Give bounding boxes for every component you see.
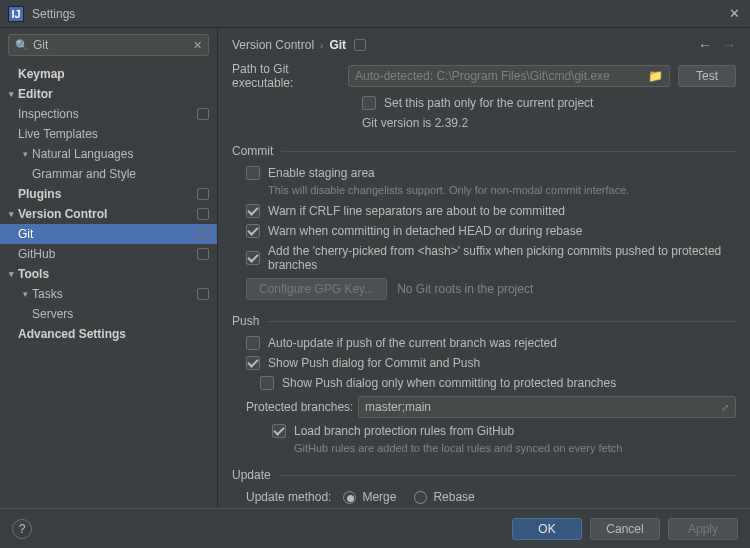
tree-item-label: Tools — [18, 267, 209, 281]
search-input[interactable]: 🔍 ✕ — [8, 34, 209, 56]
tree-item-live-templates[interactable]: Live Templates — [0, 124, 217, 144]
project-scope-icon — [197, 188, 209, 200]
search-icon: 🔍 — [15, 39, 29, 52]
nav-back-icon[interactable]: ← — [698, 37, 712, 53]
tree-item-label: Tasks — [32, 287, 193, 301]
cherry-suffix-checkbox[interactable] — [246, 251, 260, 265]
auto-update-label: Auto-update if push of the current branc… — [268, 336, 557, 350]
push-section-header: Push — [232, 314, 259, 328]
dialog-footer: ? OK Cancel Apply — [0, 508, 750, 548]
warn-crlf-checkbox[interactable] — [246, 204, 260, 218]
tree-item-label: Inspections — [18, 107, 193, 121]
tree-item-version-control[interactable]: ▾Version Control — [0, 204, 217, 224]
project-scope-icon — [197, 108, 209, 120]
tree-item-label: Live Templates — [18, 127, 209, 141]
folder-icon[interactable]: 📁 — [648, 69, 663, 83]
warn-detached-label: Warn when committing in detached HEAD or… — [268, 224, 582, 238]
tree-item-plugins[interactable]: Plugins — [0, 184, 217, 204]
update-rebase-radio[interactable] — [414, 491, 427, 504]
project-scope-icon — [197, 288, 209, 300]
project-scope-icon — [197, 228, 209, 240]
load-rules-help: GitHub rules are added to the local rule… — [232, 442, 736, 454]
nav-forward-icon: → — [722, 37, 736, 53]
close-icon[interactable]: ✕ — [726, 6, 742, 21]
help-icon[interactable]: ? — [12, 519, 32, 539]
chevron-right-icon: › — [320, 40, 323, 51]
tree-item-label: Plugins — [18, 187, 193, 201]
title-bar: IJ Settings ✕ — [0, 0, 750, 28]
set-path-project-label: Set this path only for the current proje… — [384, 96, 593, 110]
show-push-dialog-label: Show Push dialog for Commit and Push — [268, 356, 480, 370]
tree-item-label: Version Control — [18, 207, 193, 221]
breadcrumb: Version Control › Git ← → — [218, 28, 750, 62]
chevron-down-icon[interactable]: ▾ — [18, 149, 32, 159]
tree-item-tasks[interactable]: ▾Tasks — [0, 284, 217, 304]
app-icon: IJ — [8, 6, 24, 22]
tree-item-label: Natural Languages — [32, 147, 209, 161]
chevron-down-icon[interactable]: ▾ — [4, 89, 18, 99]
load-rules-label: Load branch protection rules from GitHub — [294, 424, 514, 438]
git-path-value: Auto-detected: C:\Program Files\Git\cmd\… — [355, 69, 610, 83]
settings-panel: Path to Git executable: Auto-detected: C… — [218, 62, 750, 508]
settings-tree: Keymap▾EditorInspectionsLive Templates▾N… — [0, 62, 217, 508]
show-push-protected-checkbox[interactable] — [260, 376, 274, 390]
show-push-protected-label: Show Push dialog only when committing to… — [282, 376, 616, 390]
update-merge-radio[interactable] — [343, 491, 356, 504]
tree-item-tools[interactable]: ▾Tools — [0, 264, 217, 284]
tree-item-label: GitHub — [18, 247, 193, 261]
window-title: Settings — [32, 7, 726, 21]
auto-update-checkbox[interactable] — [246, 336, 260, 350]
apply-button[interactable]: Apply — [668, 518, 738, 540]
tree-item-servers[interactable]: Servers — [0, 304, 217, 324]
update-merge-label: Merge — [362, 490, 396, 504]
enable-staging-label: Enable staging area — [268, 166, 375, 180]
breadcrumb-current: Git — [329, 38, 346, 52]
update-section-header: Update — [232, 468, 271, 482]
tree-item-label: Advanced Settings — [18, 327, 209, 341]
configure-gpg-button[interactable]: Configure GPG Key... — [246, 278, 387, 300]
tree-item-label: Editor — [18, 87, 209, 101]
tree-item-label: Servers — [32, 307, 209, 321]
project-scope-icon — [354, 39, 366, 51]
tree-item-label: Git — [18, 227, 193, 241]
breadcrumb-parent[interactable]: Version Control — [232, 38, 314, 52]
protected-branches-input[interactable]: master;main ⤢ — [358, 396, 736, 418]
protected-branches-label: Protected branches: — [246, 400, 358, 414]
ok-button[interactable]: OK — [512, 518, 582, 540]
enable-staging-checkbox[interactable] — [246, 166, 260, 180]
tree-item-git[interactable]: Git — [0, 224, 217, 244]
cherry-suffix-label: Add the 'cherry-picked from <hash>' suff… — [268, 244, 736, 272]
tree-item-natural-languages[interactable]: ▾Natural Languages — [0, 144, 217, 164]
tree-item-keymap[interactable]: Keymap — [0, 64, 217, 84]
clear-search-icon[interactable]: ✕ — [193, 39, 202, 52]
load-rules-checkbox[interactable] — [272, 424, 286, 438]
tree-item-grammar-and-style[interactable]: Grammar and Style — [0, 164, 217, 184]
expand-icon[interactable]: ⤢ — [721, 402, 729, 413]
project-scope-icon — [197, 248, 209, 260]
set-path-project-checkbox[interactable] — [362, 96, 376, 110]
chevron-down-icon[interactable]: ▾ — [18, 289, 32, 299]
tree-item-github[interactable]: GitHub — [0, 244, 217, 264]
chevron-down-icon[interactable]: ▾ — [4, 209, 18, 219]
git-version-text: Git version is 2.39.2 — [362, 116, 468, 130]
tree-item-editor[interactable]: ▾Editor — [0, 84, 217, 104]
no-git-roots-text: No Git roots in the project — [397, 282, 533, 296]
warn-detached-checkbox[interactable] — [246, 224, 260, 238]
test-button[interactable]: Test — [678, 65, 736, 87]
search-text[interactable] — [33, 38, 193, 52]
cancel-button[interactable]: Cancel — [590, 518, 660, 540]
tree-item-inspections[interactable]: Inspections — [0, 104, 217, 124]
show-push-dialog-checkbox[interactable] — [246, 356, 260, 370]
warn-crlf-label: Warn if CRLF line separators are about t… — [268, 204, 565, 218]
protected-branches-value: master;main — [365, 400, 431, 414]
settings-sidebar: 🔍 ✕ Keymap▾EditorInspectionsLive Templat… — [0, 28, 218, 508]
commit-section-header: Commit — [232, 144, 273, 158]
tree-item-advanced-settings[interactable]: Advanced Settings — [0, 324, 217, 344]
enable-staging-help: This will disable changelists support. O… — [232, 184, 736, 196]
update-rebase-label: Rebase — [433, 490, 474, 504]
tree-item-label: Grammar and Style — [32, 167, 209, 181]
chevron-down-icon[interactable]: ▾ — [4, 269, 18, 279]
git-path-label: Path to Git executable: — [232, 62, 348, 90]
tree-item-label: Keymap — [18, 67, 209, 81]
git-path-input[interactable]: Auto-detected: C:\Program Files\Git\cmd\… — [348, 65, 670, 87]
